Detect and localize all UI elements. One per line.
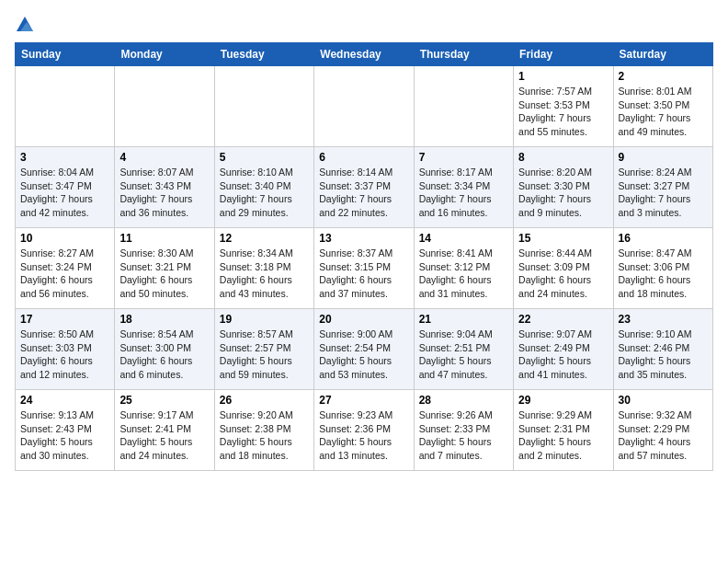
day-cell: 16Sunrise: 8:47 AM Sunset: 3:06 PM Dayli… bbox=[613, 228, 712, 309]
day-number: 25 bbox=[119, 394, 209, 407]
header bbox=[15, 15, 713, 35]
day-cell: 13Sunrise: 8:37 AM Sunset: 3:15 PM Dayli… bbox=[314, 228, 414, 309]
day-cell: 2Sunrise: 8:01 AM Sunset: 3:50 PM Daylig… bbox=[613, 66, 712, 147]
weekday-header-thursday: Thursday bbox=[414, 43, 513, 66]
day-cell: 22Sunrise: 9:07 AM Sunset: 2:49 PM Dayli… bbox=[514, 309, 613, 390]
day-number: 8 bbox=[518, 151, 608, 164]
day-info: Sunrise: 8:07 AM Sunset: 3:43 PM Dayligh… bbox=[119, 166, 209, 220]
day-cell: 15Sunrise: 8:44 AM Sunset: 3:09 PM Dayli… bbox=[514, 228, 613, 309]
weekday-header-monday: Monday bbox=[115, 43, 214, 66]
day-cell: 25Sunrise: 9:17 AM Sunset: 2:41 PM Dayli… bbox=[115, 390, 214, 471]
weekday-header-friday: Friday bbox=[514, 43, 613, 66]
day-number: 10 bbox=[20, 232, 109, 245]
day-info: Sunrise: 9:13 AM Sunset: 2:43 PM Dayligh… bbox=[20, 408, 109, 463]
day-cell: 7Sunrise: 8:17 AM Sunset: 3:34 PM Daylig… bbox=[414, 147, 513, 228]
day-info: Sunrise: 9:23 AM Sunset: 2:36 PM Dayligh… bbox=[319, 408, 408, 463]
day-info: Sunrise: 8:54 AM Sunset: 3:00 PM Dayligh… bbox=[119, 327, 209, 382]
day-number: 23 bbox=[619, 313, 708, 326]
day-cell bbox=[115, 66, 214, 147]
day-info: Sunrise: 8:20 AM Sunset: 3:30 PM Dayligh… bbox=[518, 166, 608, 220]
day-cell: 4Sunrise: 8:07 AM Sunset: 3:43 PM Daylig… bbox=[115, 147, 214, 228]
weekday-header-sunday: Sunday bbox=[16, 43, 115, 66]
day-number: 29 bbox=[518, 394, 608, 407]
day-info: Sunrise: 7:57 AM Sunset: 3:53 PM Dayligh… bbox=[518, 85, 608, 139]
day-cell: 8Sunrise: 8:20 AM Sunset: 3:30 PM Daylig… bbox=[514, 147, 613, 228]
day-number: 30 bbox=[619, 394, 708, 407]
day-info: Sunrise: 9:04 AM Sunset: 2:51 PM Dayligh… bbox=[419, 327, 508, 382]
day-cell: 5Sunrise: 8:10 AM Sunset: 3:40 PM Daylig… bbox=[214, 147, 313, 228]
day-number: 14 bbox=[419, 232, 508, 245]
day-cell bbox=[214, 66, 313, 147]
day-info: Sunrise: 8:41 AM Sunset: 3:12 PM Dayligh… bbox=[419, 247, 508, 301]
week-row-4: 17Sunrise: 8:50 AM Sunset: 3:03 PM Dayli… bbox=[16, 309, 713, 390]
day-info: Sunrise: 8:50 AM Sunset: 3:03 PM Dayligh… bbox=[20, 327, 109, 382]
day-info: Sunrise: 9:00 AM Sunset: 2:54 PM Dayligh… bbox=[319, 327, 408, 382]
day-info: Sunrise: 8:30 AM Sunset: 3:21 PM Dayligh… bbox=[119, 247, 209, 301]
day-cell: 6Sunrise: 8:14 AM Sunset: 3:37 PM Daylig… bbox=[314, 147, 414, 228]
day-info: Sunrise: 9:29 AM Sunset: 2:31 PM Dayligh… bbox=[518, 408, 608, 463]
day-cell bbox=[16, 66, 115, 147]
day-info: Sunrise: 8:27 AM Sunset: 3:24 PM Dayligh… bbox=[20, 247, 109, 301]
day-cell: 28Sunrise: 9:26 AM Sunset: 2:33 PM Dayli… bbox=[414, 390, 513, 471]
weekday-header-saturday: Saturday bbox=[613, 43, 712, 66]
day-info: Sunrise: 8:14 AM Sunset: 3:37 PM Dayligh… bbox=[319, 166, 408, 220]
day-number: 2 bbox=[619, 70, 708, 83]
day-number: 16 bbox=[619, 232, 708, 245]
day-number: 24 bbox=[20, 394, 109, 407]
day-cell: 9Sunrise: 8:24 AM Sunset: 3:27 PM Daylig… bbox=[613, 147, 712, 228]
calendar: SundayMondayTuesdayWednesdayThursdayFrid… bbox=[15, 42, 713, 471]
day-cell: 12Sunrise: 8:34 AM Sunset: 3:18 PM Dayli… bbox=[214, 228, 313, 309]
day-info: Sunrise: 8:01 AM Sunset: 3:50 PM Dayligh… bbox=[619, 85, 708, 139]
day-number: 18 bbox=[119, 313, 209, 326]
day-info: Sunrise: 8:34 AM Sunset: 3:18 PM Dayligh… bbox=[220, 247, 309, 301]
day-cell bbox=[314, 66, 414, 147]
day-cell: 14Sunrise: 8:41 AM Sunset: 3:12 PM Dayli… bbox=[414, 228, 513, 309]
day-number: 27 bbox=[319, 394, 408, 407]
day-number: 22 bbox=[518, 313, 608, 326]
day-cell: 30Sunrise: 9:32 AM Sunset: 2:29 PM Dayli… bbox=[613, 390, 712, 471]
day-cell: 24Sunrise: 9:13 AM Sunset: 2:43 PM Dayli… bbox=[16, 390, 115, 471]
day-cell: 17Sunrise: 8:50 AM Sunset: 3:03 PM Dayli… bbox=[16, 309, 115, 390]
day-info: Sunrise: 9:20 AM Sunset: 2:38 PM Dayligh… bbox=[220, 408, 309, 463]
day-info: Sunrise: 8:04 AM Sunset: 3:47 PM Dayligh… bbox=[20, 166, 109, 220]
day-number: 19 bbox=[220, 313, 309, 326]
week-row-5: 24Sunrise: 9:13 AM Sunset: 2:43 PM Dayli… bbox=[16, 390, 713, 471]
day-cell: 27Sunrise: 9:23 AM Sunset: 2:36 PM Dayli… bbox=[314, 390, 414, 471]
day-number: 1 bbox=[518, 70, 608, 83]
day-number: 21 bbox=[419, 313, 508, 326]
day-number: 13 bbox=[319, 232, 408, 245]
day-number: 28 bbox=[419, 394, 508, 407]
day-info: Sunrise: 8:10 AM Sunset: 3:40 PM Dayligh… bbox=[220, 166, 309, 220]
day-number: 7 bbox=[419, 151, 508, 164]
week-row-3: 10Sunrise: 8:27 AM Sunset: 3:24 PM Dayli… bbox=[16, 228, 713, 309]
day-info: Sunrise: 9:32 AM Sunset: 2:29 PM Dayligh… bbox=[619, 408, 708, 463]
day-number: 11 bbox=[119, 232, 209, 245]
weekday-header-row: SundayMondayTuesdayWednesdayThursdayFrid… bbox=[16, 43, 713, 66]
day-number: 9 bbox=[619, 151, 708, 164]
day-number: 17 bbox=[20, 313, 109, 326]
day-cell: 11Sunrise: 8:30 AM Sunset: 3:21 PM Dayli… bbox=[115, 228, 214, 309]
day-cell: 3Sunrise: 8:04 AM Sunset: 3:47 PM Daylig… bbox=[16, 147, 115, 228]
week-row-2: 3Sunrise: 8:04 AM Sunset: 3:47 PM Daylig… bbox=[16, 147, 713, 228]
day-info: Sunrise: 8:17 AM Sunset: 3:34 PM Dayligh… bbox=[419, 166, 508, 220]
day-cell: 29Sunrise: 9:29 AM Sunset: 2:31 PM Dayli… bbox=[514, 390, 613, 471]
day-cell: 23Sunrise: 9:10 AM Sunset: 2:46 PM Dayli… bbox=[613, 309, 712, 390]
weekday-header-tuesday: Tuesday bbox=[214, 43, 313, 66]
day-info: Sunrise: 9:17 AM Sunset: 2:41 PM Dayligh… bbox=[119, 408, 209, 463]
day-info: Sunrise: 8:24 AM Sunset: 3:27 PM Dayligh… bbox=[619, 166, 708, 220]
day-number: 3 bbox=[20, 151, 109, 164]
day-cell: 26Sunrise: 9:20 AM Sunset: 2:38 PM Dayli… bbox=[214, 390, 313, 471]
day-number: 20 bbox=[319, 313, 408, 326]
week-row-1: 1Sunrise: 7:57 AM Sunset: 3:53 PM Daylig… bbox=[16, 66, 713, 147]
day-number: 15 bbox=[518, 232, 608, 245]
weekday-header-wednesday: Wednesday bbox=[314, 43, 414, 66]
day-cell: 20Sunrise: 9:00 AM Sunset: 2:54 PM Dayli… bbox=[314, 309, 414, 390]
day-cell: 21Sunrise: 9:04 AM Sunset: 2:51 PM Dayli… bbox=[414, 309, 513, 390]
day-info: Sunrise: 8:47 AM Sunset: 3:06 PM Dayligh… bbox=[619, 247, 708, 301]
day-number: 12 bbox=[220, 232, 309, 245]
day-number: 4 bbox=[119, 151, 209, 164]
day-number: 6 bbox=[319, 151, 408, 164]
day-info: Sunrise: 8:37 AM Sunset: 3:15 PM Dayligh… bbox=[319, 247, 408, 301]
day-info: Sunrise: 8:44 AM Sunset: 3:09 PM Dayligh… bbox=[518, 247, 608, 301]
day-cell: 18Sunrise: 8:54 AM Sunset: 3:00 PM Dayli… bbox=[115, 309, 214, 390]
